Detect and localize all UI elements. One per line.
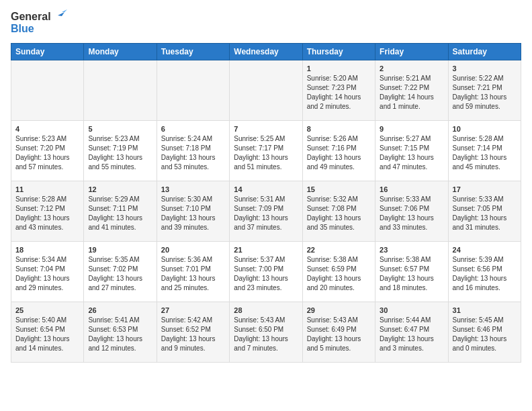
day-number: 22 [307, 246, 371, 254]
weekday-header-friday: Friday [375, 44, 448, 60]
calendar-table: SundayMondayTuesdayWednesdayThursdayFrid… [11, 43, 521, 363]
day-number: 29 [307, 306, 371, 314]
day-number: 5 [88, 125, 152, 133]
calendar-day-cell: 8Sunrise: 5:26 AM Sunset: 7:16 PM Daylig… [302, 121, 375, 181]
day-info: Sunrise: 5:37 AM Sunset: 7:00 PM Dayligh… [234, 255, 298, 293]
logo-general-text: General [11, 11, 51, 23]
day-info: Sunrise: 5:20 AM Sunset: 7:23 PM Dayligh… [307, 74, 371, 111]
day-number: 19 [88, 246, 152, 254]
day-number: 23 [380, 246, 443, 254]
day-number: 2 [380, 64, 443, 73]
day-number: 6 [161, 125, 225, 133]
calendar-day-cell: 23Sunrise: 5:38 AM Sunset: 6:57 PM Dayli… [375, 242, 448, 302]
calendar-day-cell: 20Sunrise: 5:36 AM Sunset: 7:01 PM Dayli… [157, 242, 229, 302]
calendar-week-row: 18Sunrise: 5:34 AM Sunset: 7:04 PM Dayli… [11, 242, 521, 302]
svg-marker-0 [58, 12, 64, 16]
logo-bird-icon [52, 9, 67, 21]
calendar-day-cell: 29Sunrise: 5:43 AM Sunset: 6:49 PM Dayli… [302, 302, 375, 363]
calendar-day-cell: 11Sunrise: 5:28 AM Sunset: 7:12 PM Dayli… [11, 181, 84, 242]
calendar-day-cell: 26Sunrise: 5:41 AM Sunset: 6:53 PM Dayli… [84, 302, 157, 363]
day-number: 26 [88, 306, 152, 314]
day-info: Sunrise: 5:41 AM Sunset: 6:53 PM Dayligh… [88, 316, 152, 353]
calendar-day-cell: 17Sunrise: 5:33 AM Sunset: 7:05 PM Dayli… [448, 181, 521, 242]
weekday-header-thursday: Thursday [302, 44, 375, 60]
day-info: Sunrise: 5:42 AM Sunset: 6:52 PM Dayligh… [161, 316, 225, 353]
calendar-day-cell [84, 60, 157, 121]
day-info: Sunrise: 5:38 AM Sunset: 6:57 PM Dayligh… [380, 255, 443, 293]
day-info: Sunrise: 5:28 AM Sunset: 7:14 PM Dayligh… [453, 134, 517, 172]
calendar-day-cell: 4Sunrise: 5:23 AM Sunset: 7:20 PM Daylig… [11, 121, 84, 181]
calendar-day-cell: 14Sunrise: 5:31 AM Sunset: 7:09 PM Dayli… [230, 181, 302, 242]
day-info: Sunrise: 5:24 AM Sunset: 7:18 PM Dayligh… [161, 134, 225, 172]
day-number: 11 [15, 185, 79, 193]
svg-marker-1 [62, 9, 67, 12]
day-number: 24 [453, 246, 517, 254]
day-info: Sunrise: 5:33 AM Sunset: 7:05 PM Dayligh… [453, 195, 517, 232]
calendar-day-cell: 16Sunrise: 5:33 AM Sunset: 7:06 PM Dayli… [375, 181, 448, 242]
day-number: 12 [88, 185, 152, 193]
day-info: Sunrise: 5:40 AM Sunset: 6:54 PM Dayligh… [15, 316, 79, 353]
day-number: 20 [161, 246, 225, 254]
day-number: 15 [307, 185, 371, 193]
day-number: 21 [234, 246, 298, 254]
day-info: Sunrise: 5:23 AM Sunset: 7:20 PM Dayligh… [15, 134, 79, 172]
day-number: 16 [380, 185, 443, 193]
day-number: 28 [234, 306, 298, 314]
day-number: 27 [161, 306, 225, 314]
day-number: 25 [15, 306, 79, 314]
day-number: 30 [380, 306, 443, 314]
calendar-day-cell: 3Sunrise: 5:22 AM Sunset: 7:21 PM Daylig… [448, 60, 521, 121]
calendar-day-cell: 2Sunrise: 5:21 AM Sunset: 7:22 PM Daylig… [375, 60, 448, 121]
day-info: Sunrise: 5:28 AM Sunset: 7:12 PM Dayligh… [15, 195, 79, 232]
calendar-day-cell: 6Sunrise: 5:24 AM Sunset: 7:18 PM Daylig… [157, 121, 229, 181]
calendar-day-cell: 15Sunrise: 5:32 AM Sunset: 7:08 PM Dayli… [302, 181, 375, 242]
day-number: 4 [15, 125, 79, 133]
header: General Blue [11, 11, 521, 35]
day-info: Sunrise: 5:39 AM Sunset: 6:56 PM Dayligh… [453, 255, 517, 293]
calendar-day-cell: 1Sunrise: 5:20 AM Sunset: 7:23 PM Daylig… [302, 60, 375, 121]
calendar-day-cell: 18Sunrise: 5:34 AM Sunset: 7:04 PM Dayli… [11, 242, 84, 302]
calendar-day-cell: 5Sunrise: 5:23 AM Sunset: 7:19 PM Daylig… [84, 121, 157, 181]
weekday-header-wednesday: Wednesday [230, 44, 302, 60]
day-number: 14 [234, 185, 298, 193]
weekday-header-monday: Monday [84, 44, 157, 60]
calendar-week-row: 11Sunrise: 5:28 AM Sunset: 7:12 PM Dayli… [11, 181, 521, 242]
calendar-week-row: 4Sunrise: 5:23 AM Sunset: 7:20 PM Daylig… [11, 121, 521, 181]
day-number: 7 [234, 125, 298, 133]
day-info: Sunrise: 5:45 AM Sunset: 6:46 PM Dayligh… [453, 316, 517, 353]
weekday-header-row: SundayMondayTuesdayWednesdayThursdayFrid… [11, 44, 521, 60]
day-number: 18 [15, 246, 79, 254]
weekday-header-sunday: Sunday [11, 44, 84, 60]
calendar-week-row: 1Sunrise: 5:20 AM Sunset: 7:23 PM Daylig… [11, 60, 521, 121]
calendar-day-cell: 21Sunrise: 5:37 AM Sunset: 7:00 PM Dayli… [230, 242, 302, 302]
weekday-header-tuesday: Tuesday [157, 44, 229, 60]
day-number: 3 [453, 64, 517, 73]
day-info: Sunrise: 5:23 AM Sunset: 7:19 PM Dayligh… [88, 134, 152, 172]
day-info: Sunrise: 5:34 AM Sunset: 7:04 PM Dayligh… [15, 255, 79, 293]
day-number: 13 [161, 185, 225, 193]
day-info: Sunrise: 5:36 AM Sunset: 7:01 PM Dayligh… [161, 255, 225, 293]
day-number: 9 [380, 125, 443, 133]
calendar-day-cell: 9Sunrise: 5:27 AM Sunset: 7:15 PM Daylig… [375, 121, 448, 181]
day-info: Sunrise: 5:35 AM Sunset: 7:02 PM Dayligh… [88, 255, 152, 293]
day-info: Sunrise: 5:26 AM Sunset: 7:16 PM Dayligh… [307, 134, 371, 172]
calendar-day-cell [157, 60, 229, 121]
day-number: 17 [453, 185, 517, 193]
day-number: 10 [453, 125, 517, 133]
weekday-header-saturday: Saturday [448, 44, 521, 60]
logo-blue-text: Blue [11, 23, 34, 35]
day-number: 1 [307, 64, 371, 73]
day-info: Sunrise: 5:27 AM Sunset: 7:15 PM Dayligh… [380, 134, 443, 172]
day-info: Sunrise: 5:43 AM Sunset: 6:49 PM Dayligh… [307, 316, 371, 353]
calendar-week-row: 25Sunrise: 5:40 AM Sunset: 6:54 PM Dayli… [11, 302, 521, 363]
day-info: Sunrise: 5:33 AM Sunset: 7:06 PM Dayligh… [380, 195, 443, 232]
calendar-day-cell: 31Sunrise: 5:45 AM Sunset: 6:46 PM Dayli… [448, 302, 521, 363]
calendar-day-cell [11, 60, 84, 121]
calendar-day-cell: 13Sunrise: 5:30 AM Sunset: 7:10 PM Dayli… [157, 181, 229, 242]
calendar-day-cell: 7Sunrise: 5:25 AM Sunset: 7:17 PM Daylig… [230, 121, 302, 181]
calendar-day-cell: 25Sunrise: 5:40 AM Sunset: 6:54 PM Dayli… [11, 302, 84, 363]
day-info: Sunrise: 5:21 AM Sunset: 7:22 PM Dayligh… [380, 74, 443, 111]
day-info: Sunrise: 5:44 AM Sunset: 6:47 PM Dayligh… [380, 316, 443, 353]
calendar-day-cell: 10Sunrise: 5:28 AM Sunset: 7:14 PM Dayli… [448, 121, 521, 181]
day-info: Sunrise: 5:30 AM Sunset: 7:10 PM Dayligh… [161, 195, 225, 232]
